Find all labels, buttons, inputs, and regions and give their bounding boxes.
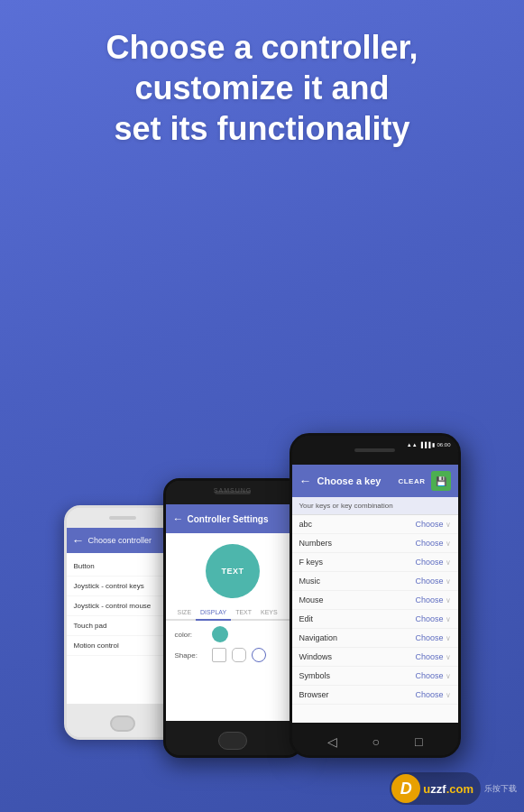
color-row: color:	[175, 626, 291, 642]
shape-row: Shape:	[175, 648, 291, 662]
watermark-text: uzzf.com	[423, 782, 473, 796]
choose-button[interactable]: Choose	[415, 690, 443, 699]
key-row-numbers: Numbers Choose ∨	[292, 534, 458, 553]
color-picker[interactable]	[212, 626, 228, 642]
chevron-icon: ∨	[446, 596, 451, 604]
choose-button[interactable]: Choose	[415, 539, 443, 548]
chevron-icon: ∨	[446, 558, 451, 567]
signal-icon: ▐▐▐	[419, 442, 431, 448]
key-label: abc	[299, 520, 416, 529]
watermark-logo: D	[391, 774, 420, 803]
phone-3: ▲▲ ▐▐▐ ▮ 06:00 ← Choose a key CLEAR 💾 Yo…	[290, 433, 461, 758]
choose-button[interactable]: Choose	[415, 595, 443, 604]
phone-3-top: ▲▲ ▐▐▐ ▮ 06:00	[292, 436, 458, 465]
phone-1-top	[67, 508, 179, 528]
header-line2: customize it and	[134, 69, 389, 106]
tab-text[interactable]: TEXT	[231, 605, 256, 619]
tab-keys[interactable]: KEYS	[256, 605, 282, 619]
phone-3-header: ← Choose a key CLEAR 💾	[292, 465, 458, 497]
shape-label: Shape:	[175, 651, 207, 660]
phone-3-speaker	[354, 448, 395, 452]
tab-size[interactable]: SIZE	[173, 605, 197, 619]
key-label: Browser	[299, 690, 416, 699]
key-row-symbols: Symbols Choose ∨	[292, 667, 458, 686]
phone-1-header: ← Choose controller	[67, 528, 179, 553]
phone-2: SAMSUNG ← Controller Settings TEXT SIZE …	[163, 478, 303, 758]
subheader: Your keys or key combination	[292, 497, 458, 515]
phone-2-header: ← Controller Settings	[166, 504, 300, 533]
key-label: Windows	[299, 652, 416, 661]
phones-container: ← Choose controller Button Joystick - co…	[0, 433, 524, 758]
list-item[interactable]: Joystick - control mouse	[67, 596, 179, 616]
phone-2-bottom	[166, 721, 300, 758]
header-line1: Choose a controller,	[106, 29, 418, 66]
phone-2-top: SAMSUNG	[166, 481, 300, 504]
chevron-icon: ∨	[446, 691, 451, 699]
key-label: Navigation	[299, 633, 416, 642]
choose-button[interactable]: Choose	[415, 652, 443, 661]
phone3-title: Choose a key	[317, 475, 393, 486]
clear-button[interactable]: CLEAR	[398, 477, 425, 485]
back-nav-icon[interactable]: ◁	[327, 734, 337, 749]
key-label: Mouse	[299, 595, 416, 604]
chevron-icon: ∨	[446, 615, 451, 623]
home-button[interactable]	[218, 732, 247, 750]
choose-button[interactable]: Choose	[415, 671, 443, 680]
status-bar: ▲▲ ▐▐▐ ▮ 06:00	[407, 441, 451, 448]
back-arrow-icon: ←	[72, 533, 85, 548]
key-label: Edit	[299, 614, 416, 623]
choose-button[interactable]: Choose	[415, 614, 443, 623]
choose-button[interactable]: Choose	[415, 558, 443, 567]
save-button[interactable]: 💾	[431, 471, 451, 491]
phone1-title: Choose controller	[88, 536, 152, 545]
list-item[interactable]: Joystick - control keys	[67, 577, 179, 596]
shape-square-option[interactable]	[212, 648, 226, 662]
choose-button[interactable]: Choose	[415, 633, 443, 642]
choose-button[interactable]: Choose	[415, 520, 443, 529]
key-label: Symbols	[299, 671, 416, 680]
phone-1-screen: ← Choose controller Button Joystick - co…	[67, 528, 179, 704]
list-item[interactable]: Motion control	[67, 636, 179, 656]
key-row-windows: Windows Choose ∨	[292, 648, 458, 667]
phone2-display-section: color: Shape:	[166, 621, 300, 673]
phone-3-screen: ← Choose a key CLEAR 💾 Your keys or key …	[292, 465, 458, 723]
list-item[interactable]: Button	[67, 557, 179, 577]
text-circle-label: TEXT	[221, 567, 244, 576]
phone1-list: Button Joystick - control keys Joystick …	[67, 553, 179, 660]
phone-3-bottom: ◁ ○ □	[292, 723, 458, 758]
key-label: F keys	[299, 558, 416, 567]
key-label: Numbers	[299, 539, 416, 548]
key-row-browser: Browser Choose ∨	[292, 686, 458, 705]
back-arrow-icon: ←	[173, 512, 184, 525]
watermark-sub: 乐按下载	[484, 783, 517, 795]
phone-1-speaker	[109, 516, 136, 520]
recents-nav-icon[interactable]: □	[415, 734, 422, 749]
list-item[interactable]: Touch pad	[67, 616, 179, 636]
text-circle: TEXT	[206, 544, 260, 598]
phone2-title: Controller Settings	[188, 514, 269, 524]
choose-button[interactable]: Choose	[415, 577, 443, 586]
chevron-icon: ∨	[446, 521, 451, 529]
phone2-tabs: SIZE DISPLAY TEXT KEYS	[166, 605, 300, 621]
shape-circle-option[interactable]	[252, 648, 266, 662]
tab-display[interactable]: DISPLAY	[196, 605, 231, 621]
phone-2-screen: ← Controller Settings TEXT SIZE DISPLAY …	[166, 504, 300, 721]
key-row-abc: abc Choose ∨	[292, 515, 458, 534]
key-row-edit: Edit Choose ∨	[292, 610, 458, 629]
chevron-icon: ∨	[446, 540, 451, 548]
wifi-icon: ▲▲	[407, 442, 418, 448]
back-arrow-icon: ←	[299, 474, 312, 488]
chevron-icon: ∨	[446, 634, 451, 642]
chevron-icon: ∨	[446, 672, 451, 680]
chevron-icon: ∨	[446, 577, 451, 586]
home-nav-icon[interactable]: ○	[372, 734, 380, 749]
color-label: color:	[175, 631, 207, 639]
key-label: Music	[299, 577, 416, 586]
status-time: 06:00	[437, 442, 450, 448]
watermark: D uzzf.com 乐按下载	[390, 772, 517, 805]
key-row-mouse: Mouse Choose ∨	[292, 591, 458, 610]
home-button[interactable]	[110, 715, 135, 732]
key-row-music: Music Choose ∨	[292, 572, 458, 591]
shape-rounded-option[interactable]	[232, 648, 246, 662]
battery-icon: ▮	[432, 441, 435, 448]
